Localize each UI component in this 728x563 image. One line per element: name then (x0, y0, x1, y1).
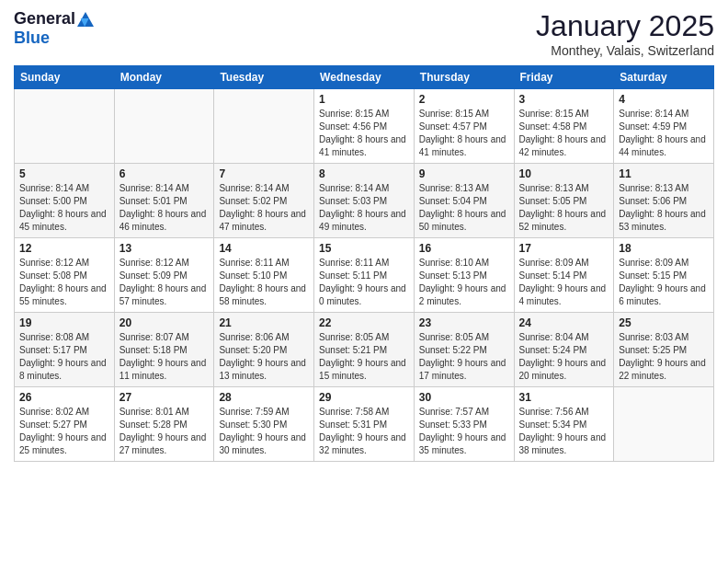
logo-general: General (14, 9, 75, 29)
day-info: Sunrise: 7:58 AM Sunset: 5:31 PM Dayligh… (319, 406, 409, 457)
day-number: 21 (219, 316, 309, 329)
day-info: Sunrise: 8:13 AM Sunset: 5:05 PM Dayligh… (519, 182, 609, 234)
day-header-wednesday: Wednesday (314, 66, 415, 89)
day-cell: 17Sunrise: 8:09 AM Sunset: 5:14 PM Dayli… (514, 238, 614, 313)
day-cell: 19Sunrise: 8:08 AM Sunset: 5:17 PM Dayli… (15, 313, 115, 387)
day-info: Sunrise: 8:05 AM Sunset: 5:21 PM Dayligh… (319, 331, 409, 383)
day-cell: 24Sunrise: 8:04 AM Sunset: 5:24 PM Dayli… (514, 313, 614, 387)
day-number: 3 (519, 93, 609, 106)
day-cell: 6Sunrise: 8:14 AM Sunset: 5:01 PM Daylig… (114, 164, 214, 238)
day-number: 27 (119, 391, 210, 404)
day-number: 9 (419, 167, 509, 180)
day-info: Sunrise: 8:14 AM Sunset: 4:59 PM Dayligh… (619, 108, 709, 159)
day-info: Sunrise: 8:04 AM Sunset: 5:24 PM Dayligh… (519, 331, 609, 383)
day-cell (214, 89, 314, 164)
day-cell: 26Sunrise: 8:02 AM Sunset: 5:27 PM Dayli… (15, 387, 115, 462)
day-header-tuesday: Tuesday (214, 66, 314, 89)
day-cell: 25Sunrise: 8:03 AM Sunset: 5:25 PM Dayli… (614, 313, 714, 387)
day-header-sunday: Sunday (15, 66, 115, 89)
day-number: 24 (519, 316, 609, 329)
day-cell: 3Sunrise: 8:15 AM Sunset: 4:58 PM Daylig… (514, 89, 614, 164)
day-info: Sunrise: 8:10 AM Sunset: 5:13 PM Dayligh… (419, 257, 509, 308)
week-row-5: 26Sunrise: 8:02 AM Sunset: 5:27 PM Dayli… (15, 387, 714, 462)
day-header-saturday: Saturday (614, 66, 714, 89)
day-cell: 23Sunrise: 8:05 AM Sunset: 5:22 PM Dayli… (414, 313, 514, 387)
day-info: Sunrise: 8:05 AM Sunset: 5:22 PM Dayligh… (419, 331, 509, 383)
day-header-monday: Monday (114, 66, 214, 89)
day-info: Sunrise: 8:13 AM Sunset: 5:04 PM Dayligh… (419, 182, 509, 234)
day-cell: 21Sunrise: 8:06 AM Sunset: 5:20 PM Dayli… (214, 313, 314, 387)
logo-icon (77, 11, 94, 28)
day-number: 18 (619, 242, 709, 255)
day-info: Sunrise: 8:03 AM Sunset: 5:25 PM Dayligh… (619, 331, 709, 383)
page: General Blue January 2025 Monthey, Valai… (0, 0, 728, 563)
day-cell: 10Sunrise: 8:13 AM Sunset: 5:05 PM Dayli… (514, 164, 614, 238)
day-cell: 18Sunrise: 8:09 AM Sunset: 5:15 PM Dayli… (614, 238, 714, 313)
day-info: Sunrise: 8:14 AM Sunset: 5:03 PM Dayligh… (319, 182, 409, 234)
calendar: SundayMondayTuesdayWednesdayThursdayFrid… (14, 65, 714, 462)
day-cell: 27Sunrise: 8:01 AM Sunset: 5:28 PM Dayli… (114, 387, 214, 462)
day-info: Sunrise: 8:15 AM Sunset: 4:57 PM Dayligh… (419, 108, 509, 159)
day-info: Sunrise: 8:14 AM Sunset: 5:01 PM Dayligh… (119, 182, 210, 234)
day-cell: 8Sunrise: 8:14 AM Sunset: 5:03 PM Daylig… (314, 164, 415, 238)
day-number: 7 (219, 167, 309, 180)
day-number: 10 (519, 167, 609, 180)
day-number: 19 (19, 316, 109, 329)
day-number: 11 (619, 167, 709, 180)
day-number: 2 (419, 93, 509, 106)
day-cell: 16Sunrise: 8:10 AM Sunset: 5:13 PM Dayli… (414, 238, 514, 313)
week-row-4: 19Sunrise: 8:08 AM Sunset: 5:17 PM Dayli… (15, 313, 714, 387)
day-number: 1 (319, 93, 409, 106)
day-cell: 12Sunrise: 8:12 AM Sunset: 5:08 PM Dayli… (15, 238, 115, 313)
day-info: Sunrise: 8:15 AM Sunset: 4:56 PM Dayligh… (319, 108, 409, 159)
day-info: Sunrise: 7:57 AM Sunset: 5:33 PM Dayligh… (419, 406, 509, 457)
day-number: 6 (119, 167, 210, 180)
day-number: 28 (219, 391, 309, 404)
day-number: 25 (619, 316, 709, 329)
day-info: Sunrise: 7:59 AM Sunset: 5:30 PM Dayligh… (219, 406, 309, 457)
day-cell: 11Sunrise: 8:13 AM Sunset: 5:06 PM Dayli… (614, 164, 714, 238)
day-number: 17 (519, 242, 609, 255)
day-cell: 20Sunrise: 8:07 AM Sunset: 5:18 PM Dayli… (114, 313, 214, 387)
day-cell (614, 387, 714, 462)
day-number: 31 (519, 391, 609, 404)
day-header-friday: Friday (514, 66, 614, 89)
day-cell: 13Sunrise: 8:12 AM Sunset: 5:09 PM Dayli… (114, 238, 214, 313)
title-block: January 2025 Monthey, Valais, Switzerlan… (536, 9, 714, 58)
day-info: Sunrise: 8:13 AM Sunset: 5:06 PM Dayligh… (619, 182, 709, 234)
day-number: 20 (119, 316, 210, 329)
day-info: Sunrise: 8:12 AM Sunset: 5:08 PM Dayligh… (19, 257, 109, 308)
day-number: 22 (319, 316, 409, 329)
day-cell: 22Sunrise: 8:05 AM Sunset: 5:21 PM Dayli… (314, 313, 415, 387)
day-number: 15 (319, 242, 409, 255)
day-info: Sunrise: 8:07 AM Sunset: 5:18 PM Dayligh… (119, 331, 210, 383)
day-number: 8 (319, 167, 409, 180)
day-cell: 29Sunrise: 7:58 AM Sunset: 5:31 PM Dayli… (314, 387, 415, 462)
day-cell: 5Sunrise: 8:14 AM Sunset: 5:00 PM Daylig… (15, 164, 115, 238)
day-info: Sunrise: 8:01 AM Sunset: 5:28 PM Dayligh… (119, 406, 210, 457)
day-info: Sunrise: 8:14 AM Sunset: 5:02 PM Dayligh… (219, 182, 309, 234)
day-cell: 30Sunrise: 7:57 AM Sunset: 5:33 PM Dayli… (414, 387, 514, 462)
day-number: 5 (19, 167, 109, 180)
day-number: 16 (419, 242, 509, 255)
day-cell: 2Sunrise: 8:15 AM Sunset: 4:57 PM Daylig… (414, 89, 514, 164)
day-number: 12 (19, 242, 109, 255)
day-number: 14 (219, 242, 309, 255)
day-info: Sunrise: 8:09 AM Sunset: 5:15 PM Dayligh… (619, 257, 709, 308)
header: General Blue January 2025 Monthey, Valai… (14, 9, 714, 58)
day-info: Sunrise: 8:02 AM Sunset: 5:27 PM Dayligh… (19, 406, 109, 457)
day-cell: 15Sunrise: 8:11 AM Sunset: 5:11 PM Dayli… (314, 238, 415, 313)
week-row-2: 5Sunrise: 8:14 AM Sunset: 5:00 PM Daylig… (15, 164, 714, 238)
day-number: 23 (419, 316, 509, 329)
day-cell: 7Sunrise: 8:14 AM Sunset: 5:02 PM Daylig… (214, 164, 314, 238)
day-number: 26 (19, 391, 109, 404)
day-cell: 1Sunrise: 8:15 AM Sunset: 4:56 PM Daylig… (314, 89, 415, 164)
week-row-1: 1Sunrise: 8:15 AM Sunset: 4:56 PM Daylig… (15, 89, 714, 164)
header-row: SundayMondayTuesdayWednesdayThursdayFrid… (15, 66, 714, 89)
month-title: January 2025 (536, 9, 714, 43)
day-cell (114, 89, 214, 164)
day-cell (15, 89, 115, 164)
day-info: Sunrise: 8:12 AM Sunset: 5:09 PM Dayligh… (119, 257, 210, 308)
day-number: 4 (619, 93, 709, 106)
day-header-thursday: Thursday (414, 66, 514, 89)
